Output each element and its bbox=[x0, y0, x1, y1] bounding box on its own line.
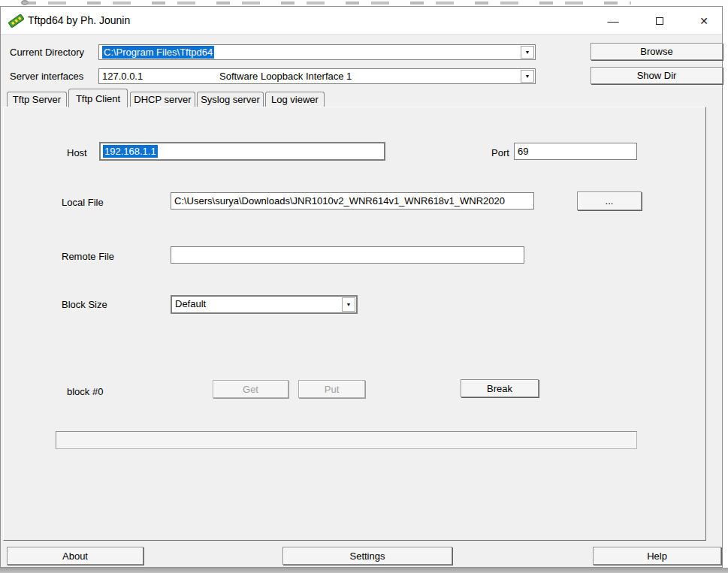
server-interface-address: 127.0.0.1 bbox=[102, 71, 143, 82]
server-interface-name: Software Loopback Interface 1 bbox=[219, 71, 352, 82]
transfer-progress-bar bbox=[56, 431, 637, 449]
get-button[interactable]: Get bbox=[213, 380, 288, 398]
window-title: Tftpd64 by Ph. Jounin bbox=[28, 14, 130, 26]
put-button[interactable]: Put bbox=[298, 380, 365, 398]
current-directory-combobox[interactable]: C:\Program Files\Tftpd64 ▼ bbox=[98, 44, 536, 60]
local-file-browse-button[interactable]: ... bbox=[577, 192, 642, 210]
maximize-icon bbox=[656, 17, 663, 25]
port-value: 69 bbox=[518, 146, 528, 157]
tab-dhcp-server[interactable]: DHCP server bbox=[130, 92, 195, 107]
minimize-icon: — bbox=[608, 14, 619, 27]
current-directory-dropdown-button[interactable]: ▼ bbox=[521, 46, 534, 59]
block-size-label: Block Size bbox=[62, 299, 107, 310]
server-interfaces-label: Server interfaces bbox=[10, 71, 83, 82]
tftp-client-panel: Host 192.168.1.1 Port 69 Local File C:\U… bbox=[3, 107, 706, 541]
background-window-edge bbox=[0, 0, 728, 6]
block-size-dropdown-button[interactable]: ▼ bbox=[342, 297, 355, 312]
local-file-label: Local File bbox=[62, 197, 104, 208]
break-button[interactable]: Break bbox=[461, 379, 539, 397]
local-file-input[interactable]: C:\Users\surya\Downloads\JNR1010v2_WNR61… bbox=[171, 192, 534, 210]
current-directory-value: C:\Program Files\Tftpd64 bbox=[102, 46, 214, 59]
maximize-button[interactable] bbox=[643, 9, 676, 32]
tab-tftp-server[interactable]: Tftp Server bbox=[7, 92, 67, 107]
app-window: Tftpd64 by Ph. Jounin — ✕ Current Direct… bbox=[0, 6, 723, 568]
server-interfaces-dropdown-button[interactable]: ▼ bbox=[521, 70, 534, 83]
tab-tftp-client[interactable]: Tftp Client bbox=[68, 89, 128, 107]
background-window-text-fragment bbox=[23, 2, 631, 5]
chevron-down-icon: ▼ bbox=[525, 74, 530, 79]
about-button[interactable]: About bbox=[7, 547, 143, 565]
block-size-combobox[interactable]: Default ▼ bbox=[171, 295, 358, 314]
port-label: Port bbox=[491, 147, 509, 158]
remote-file-input[interactable] bbox=[171, 246, 524, 264]
close-button[interactable]: ✕ bbox=[687, 9, 720, 32]
current-directory-label: Current Directory bbox=[10, 47, 84, 58]
tab-syslog-server[interactable]: Syslog server bbox=[197, 92, 264, 107]
title-bar: Tftpd64 by Ph. Jounin — ✕ bbox=[1, 7, 722, 35]
server-interfaces-combobox[interactable]: 127.0.0.1 Software Loopback Interface 1 … bbox=[98, 68, 536, 84]
app-icon[interactable] bbox=[8, 12, 24, 29]
screen: Tftpd64 by Ph. Jounin — ✕ Current Direct… bbox=[0, 0, 728, 573]
chevron-down-icon: ▼ bbox=[346, 302, 352, 307]
host-value: 192.168.1.1 bbox=[103, 145, 158, 158]
transfer-status-label: block #0 bbox=[67, 386, 103, 397]
local-file-value: C:\Users\surya\Downloads\JNR1010v2_WNR61… bbox=[174, 195, 505, 207]
tab-log-viewer[interactable]: Log viewer bbox=[265, 92, 325, 107]
settings-button[interactable]: Settings bbox=[282, 547, 452, 565]
show-dir-button[interactable]: Show Dir bbox=[591, 67, 723, 84]
help-button[interactable]: Help bbox=[593, 547, 721, 565]
browse-button[interactable]: Browse bbox=[591, 43, 723, 60]
minimize-button[interactable]: — bbox=[597, 9, 630, 32]
host-input[interactable]: 192.168.1.1 bbox=[99, 142, 385, 161]
window-bottom-shadow bbox=[0, 568, 728, 573]
chevron-down-icon: ▼ bbox=[525, 50, 530, 55]
block-size-value: Default bbox=[175, 298, 206, 309]
host-label: Host bbox=[67, 147, 87, 158]
ellipsis-icon: ... bbox=[606, 195, 614, 207]
port-input[interactable]: 69 bbox=[514, 143, 637, 160]
remote-file-label: Remote File bbox=[62, 251, 114, 262]
close-icon: ✕ bbox=[699, 15, 708, 27]
